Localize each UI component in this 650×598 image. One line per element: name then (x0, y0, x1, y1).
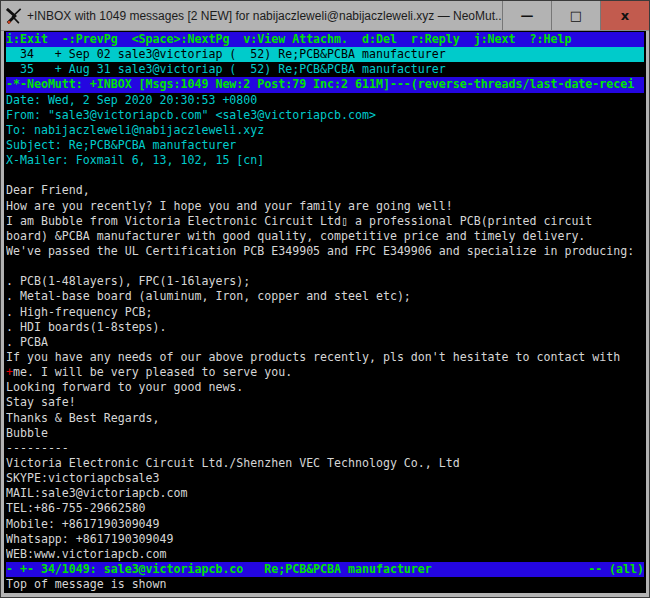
header-line: X-Mailer: Foxmail 6, 13, 102, 15 [cn] (6, 153, 644, 168)
body-line: Mobile: +8617190309049 (6, 517, 644, 532)
header-line: From: "sale3@victoriapcb.com" <sale3@vic… (6, 108, 644, 123)
body-line: . PCB(1-48layers), FPC(1-16layers); (6, 274, 644, 289)
header-line: To: nabijaczleweli@nabijaczleweli.xyz (6, 123, 644, 138)
body-line: Looking forward to your good news. (6, 380, 644, 395)
body-line: . HDI boards(1-8steps). (6, 320, 644, 335)
minimize-button[interactable]: — (502, 1, 551, 30)
body-line: We've passed the UL Certification PCB E3… (6, 244, 644, 259)
body-line: Stay safe! (6, 395, 644, 410)
header-line: Subject: Re;PCB&PCBA manufacturer (6, 138, 644, 153)
index-row-selected[interactable]: 34 + Sep 02 sale3@victoriap ( 52) Re;PCB… (6, 47, 644, 62)
body-line: Thanks & Best Regards, (6, 411, 644, 426)
xterm-window: +INBOX with 1049 messages [2 NEW] for na… (0, 0, 650, 598)
body-line: How are you recently? I hope you and you… (6, 199, 644, 214)
wrap-marker: + (6, 365, 13, 379)
body-line: MAIL:sale3@victoriapcb.com (6, 486, 644, 501)
body-line: SKYPE:victoriapcbsale3 (6, 471, 644, 486)
pager-position: - +- 34/1049: sale3@victoriapcb.co Re;PC… (6, 562, 432, 577)
body-line: Bubble (6, 426, 644, 441)
body-line: board) &PCBA manufacturer with good qual… (6, 229, 644, 244)
body-line: WEB:www.victoriapcb.com (6, 547, 644, 562)
body-line: . PCBA (6, 335, 644, 350)
terminal-screen[interactable]: i:Exit -:PrevPg <Space>:NextPg v:View At… (4, 31, 646, 593)
body-line: I am Bubble from Victoria Electronic Cir… (6, 214, 644, 229)
xterm-logo-icon (1, 1, 27, 30)
index-row[interactable]: 35 + Aug 31 sale3@victoriap ( 52) Re;PCB… (6, 62, 644, 77)
status-message: Top of message is shown (6, 577, 644, 592)
body-line: If you have any needs of our above produ… (6, 350, 644, 365)
body-line: Victoria Electronic Circuit Ltd./Shenzhe… (6, 456, 644, 471)
window-title: +INBOX with 1049 messages [2 NEW] for na… (27, 1, 502, 30)
close-button[interactable]: x (600, 1, 649, 30)
index-statusbar: -*-NeoMutt: +INBOX [Msgs:1049 New:2 Post… (6, 77, 644, 92)
body-line: TEL:+86-755-29662580 (6, 501, 644, 516)
maximize-button[interactable]: □ (551, 1, 600, 30)
minimize-icon: — (521, 8, 534, 23)
maximize-icon: □ (570, 8, 582, 23)
close-icon: x (621, 8, 629, 23)
helpbar-line[interactable]: i:Exit -:PrevPg <Space>:NextPg v:View At… (6, 32, 644, 47)
header-line: Date: Wed, 2 Sep 2020 20:30:53 +0800 (6, 93, 644, 108)
body-line: . High-frequency PCB; (6, 305, 644, 320)
pager-statusbar: - +- 34/1049: sale3@victoriapcb.co Re;PC… (6, 562, 644, 577)
body-line: --------- (6, 441, 644, 456)
body-line: Dear Friend, (6, 183, 644, 198)
pager-view-all: -- (all) (588, 562, 644, 577)
body-line: +me. I will be very pleased to serve you… (6, 365, 644, 380)
body-line: . Metal-base board (aluminum, Iron, copp… (6, 289, 644, 304)
body-line (6, 259, 644, 274)
body-line: Whatsapp: +8617190309049 (6, 532, 644, 547)
body-line (6, 168, 644, 183)
window-titlebar[interactable]: +INBOX with 1049 messages [2 NEW] for na… (1, 1, 649, 31)
